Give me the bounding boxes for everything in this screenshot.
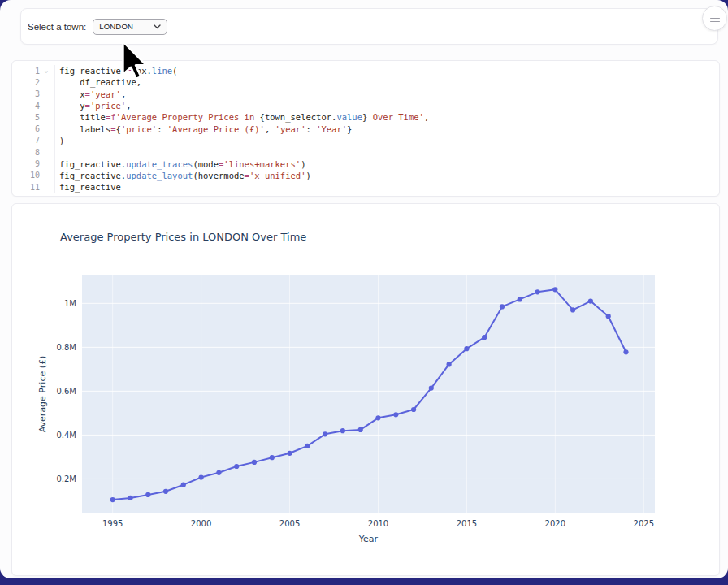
data-point-marker[interactable]	[288, 451, 292, 456]
data-point-marker[interactable]	[199, 474, 204, 479]
data-point-marker[interactable]	[623, 349, 628, 354]
y-tick-label: 1M	[64, 299, 76, 308]
y-tick-label: 0.2M	[56, 474, 76, 483]
data-point-marker[interactable]	[393, 412, 398, 417]
widget-cell: Select a town: LONDON	[20, 8, 718, 45]
code-line[interactable]: 6 labels={'price': 'Average Price (£)', …	[12, 123, 719, 134]
data-point-marker[interactable]	[270, 455, 275, 460]
code-line[interactable]: 9fig_reactive.update_traces(mode='lines+…	[12, 158, 719, 169]
data-point-marker[interactable]	[181, 483, 186, 488]
code-text: fig_reactive	[55, 182, 121, 192]
data-point-marker[interactable]	[305, 444, 310, 448]
code-text: title=f'Average Property Prices in {town…	[55, 112, 429, 122]
y-tick-label: 0.6M	[56, 387, 76, 396]
gutter: 9	[12, 158, 55, 169]
fold-arrow-icon[interactable]: ⌄	[40, 67, 53, 74]
code-text: df_reactive,	[55, 77, 141, 87]
line-number: 10	[12, 171, 40, 180]
notebook-window: Select a town: LONDON 1⌄fig_reactive = p…	[0, 0, 728, 578]
hamburger-icon	[710, 15, 720, 23]
data-point-marker[interactable]	[252, 460, 257, 465]
code-line[interactable]: 3 x='year',	[12, 89, 719, 100]
data-point-marker[interactable]	[340, 428, 345, 433]
output-cell: Average Property Prices in LONDON Over T…	[11, 203, 720, 576]
line-chart[interactable]: 19952000200520102015202020250.2M0.4M0.6M…	[12, 204, 719, 574]
data-point-marker[interactable]	[128, 496, 132, 500]
data-point-marker[interactable]	[606, 314, 611, 318]
data-point-marker[interactable]	[323, 431, 327, 436]
code-line[interactable]: 4 y='price',	[12, 100, 719, 111]
x-tick-label: 2025	[634, 519, 654, 528]
code-text: fig_reactive.update_traces(mode='lines+m…	[55, 159, 306, 169]
line-number: 3	[12, 89, 40, 98]
gutter: 1⌄	[12, 65, 55, 76]
data-point-marker[interactable]	[518, 297, 522, 301]
gutter: 3	[12, 89, 55, 100]
code-text: )	[55, 136, 64, 145]
line-number: 9	[12, 159, 40, 168]
x-tick-label: 1995	[102, 519, 123, 528]
data-point-marker[interactable]	[535, 289, 540, 294]
code-line[interactable]: 10fig_reactive.update_layout(hovermode='…	[12, 170, 719, 181]
x-tick-label: 2005	[280, 519, 300, 528]
x-tick-label: 2015	[457, 519, 477, 528]
gutter: 5	[12, 111, 55, 123]
code-line[interactable]: 1⌄fig_reactive = px.line(	[12, 65, 719, 76]
code-line[interactable]: 5 title=f'Average Property Prices in {to…	[12, 111, 719, 123]
line-number: 5	[12, 113, 40, 122]
code-text: y='price',	[55, 101, 132, 110]
data-point-marker[interactable]	[447, 362, 452, 366]
gutter: 8	[12, 146, 55, 158]
code-line[interactable]: 11fig_reactive	[12, 181, 719, 193]
data-point-marker[interactable]	[464, 346, 469, 351]
data-point-marker[interactable]	[145, 492, 150, 497]
menu-button[interactable]	[702, 6, 727, 31]
x-axis-title: Year	[358, 534, 379, 544]
data-point-marker[interactable]	[216, 470, 221, 475]
data-point-marker[interactable]	[552, 287, 557, 292]
x-tick-label: 2000	[191, 519, 211, 528]
line-number: 4	[12, 102, 40, 110]
data-point-marker[interactable]	[500, 304, 505, 309]
data-point-marker[interactable]	[375, 415, 380, 420]
x-tick-label: 2010	[368, 519, 388, 528]
chevron-down-icon	[154, 24, 161, 29]
code-lines: 1⌄fig_reactive = px.line(2 df_reactive,3…	[12, 65, 719, 193]
code-text: fig_reactive.update_layout(hovermode='x …	[55, 171, 311, 180]
code-text: fig_reactive = px.line(	[55, 66, 177, 76]
line-number: 6	[12, 124, 40, 133]
data-point-marker[interactable]	[358, 427, 363, 432]
data-point-marker[interactable]	[482, 335, 487, 340]
code-cell[interactable]: 1⌄fig_reactive = px.line(2 df_reactive,3…	[11, 60, 720, 197]
gutter: 7	[12, 135, 55, 146]
data-point-marker[interactable]	[163, 489, 168, 494]
code-line[interactable]: 2 df_reactive,	[12, 76, 719, 88]
gutter: 2	[12, 76, 55, 88]
line-number: 8	[12, 148, 40, 157]
town-select-label: Select a town:	[28, 22, 86, 32]
y-tick-label: 0.4M	[56, 431, 76, 440]
line-number: 7	[12, 136, 40, 145]
line-number: 2	[12, 78, 40, 87]
data-point-marker[interactable]	[234, 464, 239, 469]
gutter: 10	[12, 170, 55, 181]
town-select-value: LONDON	[99, 22, 133, 31]
plot-area	[82, 275, 655, 513]
gutter: 6	[12, 123, 55, 134]
data-point-marker[interactable]	[429, 386, 434, 391]
code-text: labels={'price': 'Average Price (£)', 'y…	[55, 124, 352, 134]
data-point-marker[interactable]	[570, 307, 575, 312]
code-text: x='year',	[55, 89, 126, 99]
y-axis-title: Average Price (£)	[37, 356, 48, 433]
line-number: 1	[12, 67, 40, 76]
town-select[interactable]: LONDON	[93, 19, 167, 35]
gutter: 11	[12, 181, 55, 193]
data-point-marker[interactable]	[110, 497, 115, 502]
x-tick-label: 2020	[545, 519, 566, 528]
code-line[interactable]: 7)	[12, 135, 719, 146]
code-line[interactable]: 8	[12, 146, 719, 158]
y-tick-label: 0.8M	[56, 343, 76, 352]
data-point-marker[interactable]	[411, 407, 416, 412]
data-point-marker[interactable]	[588, 299, 593, 304]
line-number: 11	[12, 183, 40, 192]
